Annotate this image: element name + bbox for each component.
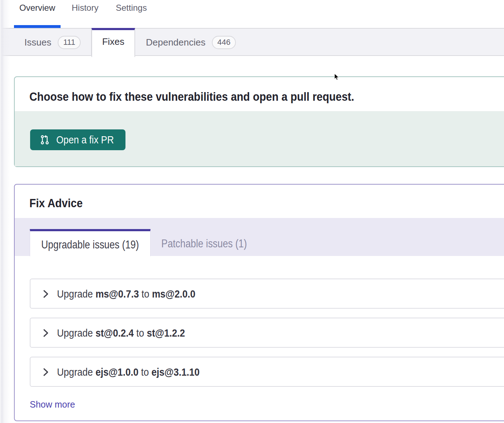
fix-advice-title: Fix Advice bbox=[29, 196, 90, 210]
issues-count-badge: 111 bbox=[58, 36, 81, 49]
subtab-fixes-label: Fixes bbox=[102, 36, 124, 47]
top-nav: Overview History Settings bbox=[0, 0, 504, 28]
show-more-link[interactable]: Show more bbox=[30, 399, 75, 410]
tab-patchable-issues-label: Patchable issues (1) bbox=[161, 237, 247, 250]
git-pull-request-icon bbox=[40, 135, 50, 145]
chevron-right-icon bbox=[43, 290, 48, 298]
fix-pr-card-header: Choose how to fix these vulnerabilities … bbox=[15, 77, 504, 111]
subtab-dependencies-label: Dependencies bbox=[146, 37, 205, 48]
upgrade-row-text: Upgrade ejs@1.0.0 to ejs@3.1.10 bbox=[57, 366, 200, 378]
tab-overview[interactable]: Overview bbox=[19, 3, 55, 13]
upgrade-row-st[interactable]: Upgrade st@0.2.4 to st@1.2.2 bbox=[30, 318, 504, 348]
tab-history[interactable]: History bbox=[72, 3, 99, 13]
chevron-right-icon bbox=[43, 368, 48, 376]
tab-patchable-issues[interactable]: Patchable issues (1) bbox=[151, 229, 257, 256]
subtab-fixes[interactable]: Fixes bbox=[91, 28, 135, 57]
tab-upgradable-issues[interactable]: Upgradable issues (19) bbox=[30, 229, 151, 256]
subtab-dependencies[interactable]: Dependencies 446 bbox=[135, 28, 236, 56]
fix-advice-content: Upgrade ms@0.7.3 to ms@2.0.0 Upgrade st@… bbox=[15, 256, 504, 410]
dependencies-count-badge: 446 bbox=[212, 36, 236, 49]
page-edge-shadow bbox=[0, 0, 11, 423]
open-fix-pr-button[interactable]: Open a fix PR bbox=[30, 129, 125, 150]
open-fix-pr-label: Open a fix PR bbox=[56, 134, 114, 146]
upgrade-row-ms[interactable]: Upgrade ms@0.7.3 to ms@2.0.0 bbox=[30, 279, 504, 309]
active-tab-underline bbox=[14, 25, 61, 28]
upgrade-row-text: Upgrade st@0.2.4 to st@1.2.2 bbox=[57, 327, 185, 339]
fix-pr-card-footer: Open a fix PR bbox=[15, 111, 504, 166]
fix-advice-tabband: Upgradable issues (19) Patchable issues … bbox=[15, 218, 504, 256]
fix-pr-card: Choose how to fix these vulnerabilities … bbox=[14, 76, 504, 167]
subtab-issues[interactable]: Issues 111 bbox=[0, 28, 92, 56]
subtab-issues-label: Issues bbox=[24, 37, 51, 48]
upgrade-row-text: Upgrade ms@0.7.3 to ms@2.0.0 bbox=[57, 288, 195, 300]
fix-advice-header: Fix Advice bbox=[15, 185, 504, 218]
chevron-right-icon bbox=[43, 329, 48, 337]
fix-pr-card-title: Choose how to fix these vulnerabilities … bbox=[29, 90, 399, 104]
fix-advice-card: Fix Advice Upgradable issues (19) Patcha… bbox=[14, 184, 504, 421]
tab-upgradable-issues-label: Upgradable issues (19) bbox=[41, 238, 139, 251]
tab-settings[interactable]: Settings bbox=[116, 3, 147, 13]
upgrade-row-ejs[interactable]: Upgrade ejs@1.0.0 to ejs@3.1.10 bbox=[30, 357, 504, 387]
